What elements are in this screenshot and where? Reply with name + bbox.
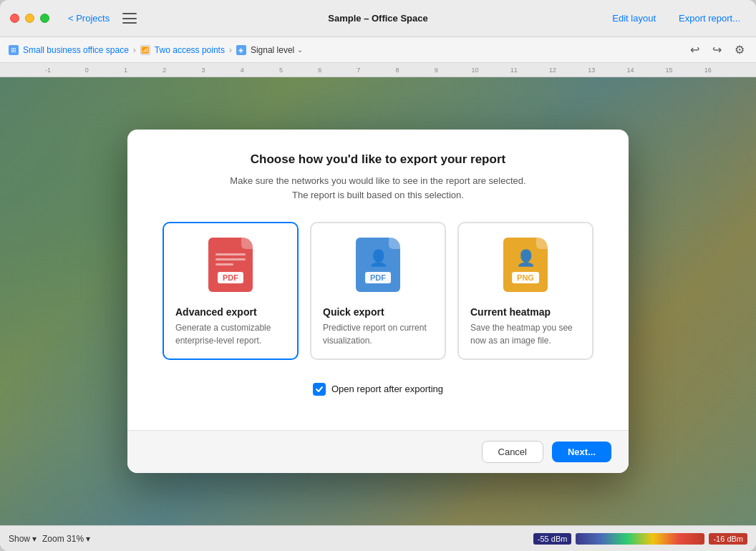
export-options: PDF Advanced export Generate a customiza…: [156, 222, 600, 360]
ruler-tick: 10: [455, 67, 494, 74]
pdf-label-blue: PDF: [365, 272, 391, 283]
ruler-tick: -1: [29, 67, 67, 74]
open-after-export-label: Open report after exporting: [331, 384, 443, 394]
sidebar-line2: [122, 18, 137, 19]
pdf-blue-icon: 👤 PDF: [356, 238, 400, 292]
heatmap-export-icon: 👤 PNG: [500, 238, 551, 296]
advanced-export-card[interactable]: PDF Advanced export Generate a customiza…: [163, 222, 299, 360]
heatmap-export-card[interactable]: 👤 PNG Current heatmap Save the heatmap y…: [457, 222, 593, 360]
show-label: Show: [9, 534, 30, 544]
ruler-tick: 14: [611, 67, 649, 74]
breadcrumb-sep-1: ›: [133, 45, 136, 55]
bottom-bar-left: Show ▾ Zoom 31% ▾: [9, 534, 90, 544]
bottom-bar: Show ▾ Zoom 31% ▾ -55 dBm -16 dBm: [0, 525, 756, 551]
ruler-tick: 2: [145, 67, 184, 74]
redo-button[interactable]: ↪: [709, 42, 724, 58]
sidebar-toggle-button[interactable]: [122, 13, 137, 24]
modal-title: Choose how you'd like to export your rep…: [156, 152, 600, 167]
advanced-export-title: Advanced export: [175, 306, 286, 318]
modal-body: Choose how you'd like to export your rep…: [127, 130, 629, 430]
breadcrumb-sep-2: ›: [229, 45, 232, 55]
file-lines: [215, 253, 246, 268]
breadcrumb-item-2[interactable]: Two access points: [155, 45, 225, 55]
modal-overlay: Choose how you'd like to export your rep…: [0, 77, 756, 525]
titlebar-right: Edit layout Export report...: [606, 10, 746, 26]
signal-min-label: -55 dBm: [533, 533, 572, 545]
ruler-tick: 7: [339, 67, 378, 74]
heatmap-export-title: Current heatmap: [470, 306, 581, 318]
file-line: [215, 253, 246, 255]
zoom-button[interactable]: Zoom 31% ▾: [42, 534, 90, 544]
settings-button[interactable]: ⚙: [732, 42, 747, 58]
show-button[interactable]: Show ▾: [9, 534, 37, 544]
export-modal: Choose how you'd like to export your rep…: [127, 130, 629, 473]
pdf-red-icon: PDF: [208, 238, 253, 292]
main-canvas[interactable]: Eero Pro 6, 2.4 GHz Eero Pro 6, 5 GHz Ee…: [0, 77, 756, 525]
ruler-tick: 1: [106, 67, 145, 74]
cancel-button[interactable]: Cancel: [482, 441, 543, 463]
file-line: [215, 263, 233, 265]
ruler-tick: 4: [223, 67, 261, 74]
show-chevron-icon: ▾: [32, 534, 37, 544]
quick-export-title: Quick export: [323, 306, 433, 318]
png-orange-icon: 👤 PNG: [503, 238, 548, 292]
window-title: Sample – Office Space: [328, 13, 427, 24]
maximize-button[interactable]: [40, 14, 49, 23]
png-label-orange: PNG: [512, 272, 539, 283]
open-after-export-checkbox[interactable]: [313, 383, 326, 396]
ruler-tick: 8: [378, 67, 417, 74]
modal-subtitle-line1: Make sure the networks you would like to…: [230, 175, 525, 186]
app-window: < Projects Sample – Office Space Edit la…: [0, 0, 756, 551]
breadcrumb-bar: ⊞ Small business office space › 📶 Two ac…: [0, 37, 756, 63]
titlebar-left: < Projects: [10, 13, 137, 24]
signal-icon: ◈: [236, 45, 246, 55]
breadcrumb-item-1[interactable]: Small business office space: [23, 45, 129, 55]
pdf-label-red: PDF: [218, 272, 243, 283]
advanced-export-desc: Generate a customizable enterprise-level…: [175, 322, 286, 347]
advanced-export-icon: PDF: [205, 238, 256, 296]
traffic-lights: [10, 14, 49, 23]
export-report-button[interactable]: Export report...: [673, 10, 746, 26]
next-button[interactable]: Next...: [552, 442, 611, 462]
heatmap-export-desc: Save the heatmap you see now as an image…: [470, 322, 581, 347]
modal-subtitle: Make sure the networks you would like to…: [156, 174, 600, 202]
signal-legend: -55 dBm -16 dBm: [533, 533, 747, 545]
ruler-tick: 5: [261, 67, 300, 74]
modal-footer: Cancel Next...: [127, 430, 629, 473]
ruler-numbers: -1 0 1 2 3 4 5 6 7 8 9 10 11 12 13 14 15…: [0, 63, 756, 77]
ruler-tick: 12: [533, 67, 572, 74]
ap-icon: 📶: [140, 45, 150, 55]
person-icon-orange: 👤: [516, 249, 536, 268]
signal-gradient-bar: [576, 533, 704, 545]
titlebar: < Projects Sample – Office Space Edit la…: [0, 0, 756, 37]
sidebar-line1: [122, 13, 137, 14]
undo-button[interactable]: ↩: [687, 42, 702, 58]
quick-export-card[interactable]: 👤 PDF Quick export Predictive report on …: [310, 222, 446, 360]
modal-subtitle-line2: The report is built based on this select…: [292, 190, 464, 200]
breadcrumb-current: Signal level ⌄: [251, 45, 303, 55]
back-projects-button[interactable]: < Projects: [68, 13, 110, 24]
quick-export-icon: 👤 PDF: [352, 238, 404, 296]
floor-icon: ⊞: [9, 45, 19, 55]
ruler-tick: 13: [572, 67, 611, 74]
file-line: [215, 258, 246, 260]
ruler: -1 0 1 2 3 4 5 6 7 8 9 10 11 12 13 14 15…: [0, 63, 756, 77]
checkmark-icon: [315, 385, 324, 394]
minimize-button[interactable]: [25, 14, 34, 23]
checkbox-row: Open report after exporting: [156, 383, 600, 396]
ruler-tick: 6: [301, 67, 339, 74]
edit-layout-button[interactable]: Edit layout: [606, 10, 662, 26]
breadcrumb-label-3: Signal level: [251, 45, 294, 55]
back-label: < Projects: [68, 13, 110, 24]
ruler-tick: 15: [650, 67, 689, 74]
chevron-down-icon: ⌄: [297, 46, 303, 54]
close-button[interactable]: [10, 14, 19, 23]
sidebar-line3: [122, 22, 137, 24]
ruler-tick: 3: [184, 67, 223, 74]
breadcrumb-label-1: Small business office space: [23, 45, 129, 55]
signal-max-label: -16 dBm: [709, 533, 747, 545]
quick-export-desc: Predictive report on current visualizati…: [323, 322, 433, 347]
ruler-tick: 9: [417, 67, 455, 74]
ruler-tick: 0: [67, 67, 106, 74]
zoom-chevron-icon: ▾: [86, 534, 90, 544]
